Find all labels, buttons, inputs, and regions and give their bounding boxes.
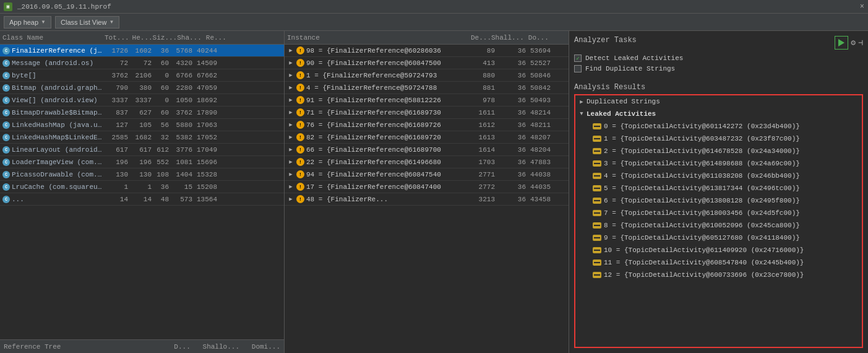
table-row[interactable]: C LruCache (com.squareup.pica 1 1 36 15 … bbox=[0, 181, 284, 193]
checkbox-label: Find Duplicate Strings bbox=[585, 65, 675, 72]
leaked-text: 11 = {TopicDetailActivity@608547840 (0x2… bbox=[604, 259, 804, 266]
table-row[interactable]: C Message (android.os) 72 72 60 4320 145… bbox=[0, 57, 284, 69]
class-val-tot: 837 bbox=[105, 109, 128, 116]
class-icon: C bbox=[2, 121, 10, 129]
list-item[interactable]: 10 = {TopicDetailActivity@611409920 (0x2… bbox=[575, 244, 862, 256]
list-item[interactable]: ▶ ! 82 = {FinalizerReference@61689720 16… bbox=[285, 131, 569, 144]
expand-icon[interactable]: ▶ bbox=[287, 121, 294, 129]
list-item[interactable]: 8 = {TopicDetailActivity@610052096 (0x24… bbox=[575, 219, 862, 232]
list-item[interactable]: 1 = {TopicDetailActivity@603487232 (0x23… bbox=[575, 133, 862, 145]
list-item[interactable]: 2 = {TopicDetailActivity@614678528 (0x24… bbox=[575, 145, 862, 157]
tree-item-leaked-activities[interactable]: ▼ Leaked Activities bbox=[575, 108, 862, 120]
list-item[interactable]: 11 = {TopicDetailActivity@608547840 (0x2… bbox=[575, 256, 862, 269]
expand-icon[interactable]: ▶ bbox=[287, 47, 294, 54]
list-item[interactable]: 4 = {TopicDetailActivity@611038208 (0x24… bbox=[575, 170, 862, 182]
class-name: FinalizerReference (java.lang.r bbox=[12, 47, 105, 54]
class-val-siz: 32 bbox=[152, 134, 169, 141]
expand-icon[interactable]: ▶ bbox=[287, 159, 294, 166]
checkbox[interactable] bbox=[574, 65, 582, 72]
instance-name: 91 = {FinalizerReference@58812226 bbox=[306, 97, 470, 104]
list-item[interactable]: ▶ ! 71 = {FinalizerReference@61689730 16… bbox=[285, 107, 569, 119]
table-row[interactable]: C View[] (android.view) 3337 3337 0 1050… bbox=[0, 94, 284, 107]
instance-name: 17 = {FinalizerReference@60847400 bbox=[306, 183, 470, 191]
class-val-re: 15328 bbox=[192, 171, 217, 178]
class-val-siz: 552 bbox=[152, 159, 169, 166]
instance-shall: 36 bbox=[495, 196, 526, 203]
tree-label-leaked: Leaked Activities bbox=[587, 110, 656, 118]
class-name: LinearLayout (android.widget bbox=[12, 146, 105, 154]
class-list-view-dropdown[interactable]: Class List View ▼ bbox=[55, 16, 119, 28]
instance-name: 82 = {FinalizerReference@61689720 bbox=[306, 134, 470, 141]
list-item[interactable]: ▶ ! 22 = {FinalizerReference@61496680 17… bbox=[285, 156, 569, 168]
class-val-sha: 5880 bbox=[169, 121, 192, 129]
list-item[interactable]: ▶ ! 98 = {FinalizerReference@60286036 89… bbox=[285, 45, 569, 57]
expand-icon[interactable]: ▶ bbox=[287, 84, 294, 92]
list-item[interactable]: 12 = {TopicDetailActivity@600733696 (0x2… bbox=[575, 269, 862, 281]
instance-name: 22 = {FinalizerReference@61496680 bbox=[306, 159, 470, 166]
class-name: LinkedHashMap$LinkedEntry bbox=[12, 134, 105, 141]
list-item[interactable]: 3 = {TopicDetailActivity@614898688 (0x24… bbox=[575, 157, 862, 170]
class-val-re: 17052 bbox=[192, 134, 217, 141]
class-icon: C bbox=[2, 47, 10, 54]
class-icon: C bbox=[2, 72, 10, 79]
ref-tree-label: Reference Tree bbox=[4, 343, 61, 351]
db-icon bbox=[593, 222, 601, 229]
list-item[interactable]: ▶ ! 90 = {FinalizerReference@60847500 41… bbox=[285, 57, 569, 69]
list-item[interactable]: ▶ ! 66 = {FinalizerReference@61689700 16… bbox=[285, 144, 569, 156]
list-item[interactable]: 9 = {TopicDetailActivity@605127680 (0x24… bbox=[575, 232, 862, 244]
close-button[interactable]: × bbox=[860, 2, 864, 11]
class-icon: C bbox=[2, 134, 10, 141]
table-row[interactable]: C BitmapDrawable$BitmapState 837 627 60 … bbox=[0, 107, 284, 119]
pin-icon[interactable]: ⊣ bbox=[858, 38, 863, 48]
table-row[interactable]: C Bitmap (android.graphics) 790 380 60 2… bbox=[0, 82, 284, 94]
run-button[interactable] bbox=[835, 36, 848, 50]
table-row[interactable]: C LinkedHashMap (java.util) 127 105 56 5… bbox=[0, 119, 284, 131]
instance-do: 44035 bbox=[526, 183, 551, 191]
tree-item-duplicated-strings[interactable]: ▶ Duplicated Strings bbox=[575, 95, 862, 108]
expand-icon[interactable]: ▶ bbox=[287, 171, 294, 178]
list-item[interactable]: ▶ ! 94 = {FinalizerReference@60847540 27… bbox=[285, 168, 569, 181]
instance-do: 48204 bbox=[526, 146, 551, 154]
instance-de: 2772 bbox=[470, 183, 495, 191]
list-item[interactable]: 5 = {TopicDetailActivity@613817344 (0x24… bbox=[575, 182, 862, 194]
db-icon bbox=[593, 123, 601, 129]
class-icon: C bbox=[2, 196, 10, 203]
list-item[interactable]: ▶ ! 4 = {FinalizerReference@59724788 881… bbox=[285, 82, 569, 94]
expand-icon[interactable]: ▶ bbox=[287, 183, 294, 191]
db-icon bbox=[593, 259, 601, 266]
list-item[interactable]: ▶ ! 91 = {FinalizerReference@58812226 97… bbox=[285, 94, 569, 107]
expand-icon[interactable]: ▶ bbox=[287, 146, 294, 154]
table-row[interactable]: C byte[] 3762 2106 0 6766 67662 bbox=[0, 69, 284, 82]
list-item[interactable]: ▶ ! 48 = {FinalizerRe... 3213 36 43458 bbox=[285, 193, 569, 206]
expand-icon[interactable]: ▶ bbox=[287, 134, 294, 141]
instance-shall: 36 bbox=[495, 146, 526, 154]
list-item[interactable]: 0 = {TopicDetailActivity@601142272 (0x23… bbox=[575, 120, 862, 133]
gear-icon[interactable]: ⚙ bbox=[851, 38, 856, 48]
analyzer-title: Analyzer Tasks bbox=[574, 36, 637, 45]
instance-do: 44038 bbox=[526, 171, 551, 178]
expand-icon[interactable]: ▶ bbox=[287, 196, 294, 203]
expand-icon[interactable]: ▶ bbox=[287, 97, 294, 104]
class-val-siz: 612 bbox=[152, 146, 169, 154]
class-val-siz: 0 bbox=[152, 72, 169, 79]
table-row[interactable]: C LoaderImageView (com.meiy 196 196 552 … bbox=[0, 156, 284, 168]
table-row[interactable]: C LinkedHashMap$LinkedEntry 2585 1682 32… bbox=[0, 131, 284, 144]
class-val-he: 1 bbox=[128, 183, 152, 191]
expand-icon[interactable]: ▶ bbox=[287, 109, 294, 116]
expand-icon[interactable]: ▶ bbox=[287, 59, 294, 67]
class-val-he: 105 bbox=[128, 121, 152, 129]
list-item[interactable]: 6 = {TopicDetailActivity@613808128 (0x24… bbox=[575, 194, 862, 207]
app-heap-dropdown[interactable]: App heap ▼ bbox=[4, 16, 51, 28]
list-item[interactable]: 7 = {TopicDetailActivity@618003456 (0x24… bbox=[575, 207, 862, 219]
class-icon: C bbox=[2, 159, 10, 166]
list-item[interactable]: ▶ ! 1 = {FinalizerReference@59724793 880… bbox=[285, 69, 569, 82]
table-row[interactable]: C LinearLayout (android.widget 617 617 6… bbox=[0, 144, 284, 156]
warning-icon: ! bbox=[296, 146, 304, 154]
expand-icon[interactable]: ▶ bbox=[287, 72, 294, 79]
list-item[interactable]: ▶ ! 76 = {FinalizerReference@61689726 16… bbox=[285, 119, 569, 131]
checkbox[interactable] bbox=[574, 54, 582, 62]
table-row[interactable]: C FinalizerReference (java.lang.r 1726 1… bbox=[0, 45, 284, 57]
list-item[interactable]: ▶ ! 17 = {FinalizerReference@60847400 27… bbox=[285, 181, 569, 193]
table-row[interactable]: C PicassoDrawable (com.square 130 130 10… bbox=[0, 168, 284, 181]
table-row[interactable]: C ... 14 14 48 573 13564 bbox=[0, 193, 284, 206]
